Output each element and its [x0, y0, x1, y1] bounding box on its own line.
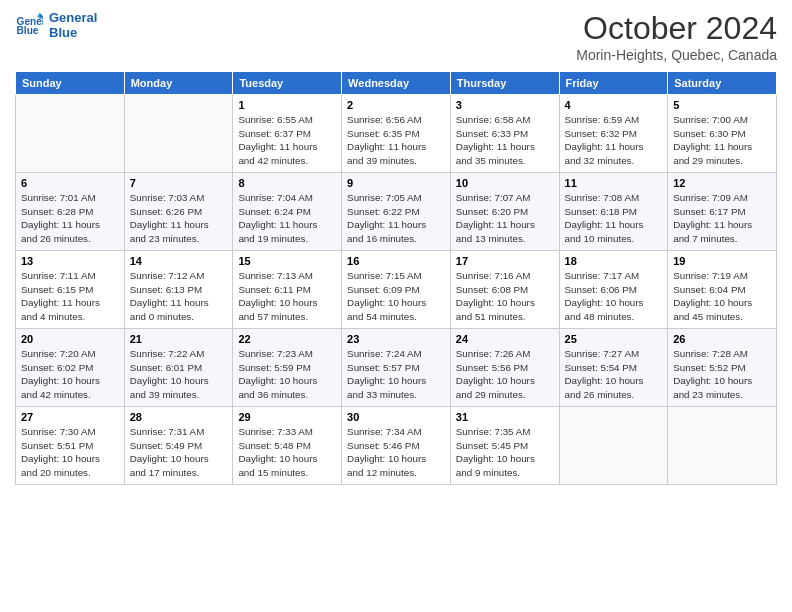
calendar-cell: 2Sunrise: 6:56 AM Sunset: 6:35 PM Daylig… [342, 95, 451, 173]
day-number: 25 [565, 333, 663, 345]
logo-line1: General [49, 10, 97, 25]
month-title: October 2024 [576, 10, 777, 47]
day-number: 20 [21, 333, 119, 345]
day-info: Sunrise: 6:58 AM Sunset: 6:33 PM Dayligh… [456, 113, 554, 168]
day-number: 28 [130, 411, 228, 423]
day-number: 8 [238, 177, 336, 189]
dow-header-monday: Monday [124, 72, 233, 95]
day-info: Sunrise: 7:09 AM Sunset: 6:17 PM Dayligh… [673, 191, 771, 246]
day-number: 16 [347, 255, 445, 267]
day-info: Sunrise: 7:35 AM Sunset: 5:45 PM Dayligh… [456, 425, 554, 480]
day-info: Sunrise: 7:30 AM Sunset: 5:51 PM Dayligh… [21, 425, 119, 480]
day-number: 18 [565, 255, 663, 267]
day-number: 27 [21, 411, 119, 423]
dow-header-thursday: Thursday [450, 72, 559, 95]
day-info: Sunrise: 7:28 AM Sunset: 5:52 PM Dayligh… [673, 347, 771, 402]
calendar-cell [668, 407, 777, 485]
day-number: 31 [456, 411, 554, 423]
day-info: Sunrise: 7:07 AM Sunset: 6:20 PM Dayligh… [456, 191, 554, 246]
logo: General Blue General Blue [15, 10, 97, 40]
day-number: 9 [347, 177, 445, 189]
calendar-cell: 30Sunrise: 7:34 AM Sunset: 5:46 PM Dayli… [342, 407, 451, 485]
dow-header-sunday: Sunday [16, 72, 125, 95]
day-info: Sunrise: 7:15 AM Sunset: 6:09 PM Dayligh… [347, 269, 445, 324]
day-number: 19 [673, 255, 771, 267]
calendar-cell [124, 95, 233, 173]
day-info: Sunrise: 7:34 AM Sunset: 5:46 PM Dayligh… [347, 425, 445, 480]
day-info: Sunrise: 7:03 AM Sunset: 6:26 PM Dayligh… [130, 191, 228, 246]
day-number: 11 [565, 177, 663, 189]
day-info: Sunrise: 7:16 AM Sunset: 6:08 PM Dayligh… [456, 269, 554, 324]
day-number: 21 [130, 333, 228, 345]
calendar-cell: 8Sunrise: 7:04 AM Sunset: 6:24 PM Daylig… [233, 173, 342, 251]
week-row-5: 27Sunrise: 7:30 AM Sunset: 5:51 PM Dayli… [16, 407, 777, 485]
calendar-cell: 31Sunrise: 7:35 AM Sunset: 5:45 PM Dayli… [450, 407, 559, 485]
page-header: General Blue General Blue October 2024 M… [15, 10, 777, 63]
day-info: Sunrise: 7:20 AM Sunset: 6:02 PM Dayligh… [21, 347, 119, 402]
calendar-cell: 10Sunrise: 7:07 AM Sunset: 6:20 PM Dayli… [450, 173, 559, 251]
calendar-cell: 1Sunrise: 6:55 AM Sunset: 6:37 PM Daylig… [233, 95, 342, 173]
day-info: Sunrise: 7:12 AM Sunset: 6:13 PM Dayligh… [130, 269, 228, 324]
day-number: 24 [456, 333, 554, 345]
logo-icon: General Blue [15, 11, 43, 39]
location-subtitle: Morin-Heights, Quebec, Canada [576, 47, 777, 63]
day-info: Sunrise: 6:59 AM Sunset: 6:32 PM Dayligh… [565, 113, 663, 168]
calendar-cell: 15Sunrise: 7:13 AM Sunset: 6:11 PM Dayli… [233, 251, 342, 329]
week-row-2: 6Sunrise: 7:01 AM Sunset: 6:28 PM Daylig… [16, 173, 777, 251]
day-number: 2 [347, 99, 445, 111]
calendar-cell: 16Sunrise: 7:15 AM Sunset: 6:09 PM Dayli… [342, 251, 451, 329]
day-info: Sunrise: 7:05 AM Sunset: 6:22 PM Dayligh… [347, 191, 445, 246]
day-info: Sunrise: 6:55 AM Sunset: 6:37 PM Dayligh… [238, 113, 336, 168]
calendar-cell: 22Sunrise: 7:23 AM Sunset: 5:59 PM Dayli… [233, 329, 342, 407]
day-number: 15 [238, 255, 336, 267]
day-number: 26 [673, 333, 771, 345]
day-info: Sunrise: 7:01 AM Sunset: 6:28 PM Dayligh… [21, 191, 119, 246]
day-info: Sunrise: 7:27 AM Sunset: 5:54 PM Dayligh… [565, 347, 663, 402]
day-info: Sunrise: 7:04 AM Sunset: 6:24 PM Dayligh… [238, 191, 336, 246]
day-info: Sunrise: 7:13 AM Sunset: 6:11 PM Dayligh… [238, 269, 336, 324]
day-info: Sunrise: 7:24 AM Sunset: 5:57 PM Dayligh… [347, 347, 445, 402]
calendar-cell: 25Sunrise: 7:27 AM Sunset: 5:54 PM Dayli… [559, 329, 668, 407]
calendar-cell: 23Sunrise: 7:24 AM Sunset: 5:57 PM Dayli… [342, 329, 451, 407]
calendar-cell: 21Sunrise: 7:22 AM Sunset: 6:01 PM Dayli… [124, 329, 233, 407]
day-number: 10 [456, 177, 554, 189]
day-info: Sunrise: 7:17 AM Sunset: 6:06 PM Dayligh… [565, 269, 663, 324]
calendar-cell: 13Sunrise: 7:11 AM Sunset: 6:15 PM Dayli… [16, 251, 125, 329]
day-info: Sunrise: 7:08 AM Sunset: 6:18 PM Dayligh… [565, 191, 663, 246]
day-number: 7 [130, 177, 228, 189]
day-number: 12 [673, 177, 771, 189]
day-number: 13 [21, 255, 119, 267]
calendar-cell: 24Sunrise: 7:26 AM Sunset: 5:56 PM Dayli… [450, 329, 559, 407]
days-of-week-row: SundayMondayTuesdayWednesdayThursdayFrid… [16, 72, 777, 95]
week-row-1: 1Sunrise: 6:55 AM Sunset: 6:37 PM Daylig… [16, 95, 777, 173]
day-info: Sunrise: 7:23 AM Sunset: 5:59 PM Dayligh… [238, 347, 336, 402]
calendar-cell: 17Sunrise: 7:16 AM Sunset: 6:08 PM Dayli… [450, 251, 559, 329]
day-number: 1 [238, 99, 336, 111]
calendar-cell: 7Sunrise: 7:03 AM Sunset: 6:26 PM Daylig… [124, 173, 233, 251]
day-number: 23 [347, 333, 445, 345]
calendar-cell: 4Sunrise: 6:59 AM Sunset: 6:32 PM Daylig… [559, 95, 668, 173]
dow-header-friday: Friday [559, 72, 668, 95]
dow-header-saturday: Saturday [668, 72, 777, 95]
logo-line2: Blue [49, 25, 97, 40]
day-number: 6 [21, 177, 119, 189]
day-number: 22 [238, 333, 336, 345]
day-number: 4 [565, 99, 663, 111]
day-number: 14 [130, 255, 228, 267]
calendar-cell: 6Sunrise: 7:01 AM Sunset: 6:28 PM Daylig… [16, 173, 125, 251]
title-block: October 2024 Morin-Heights, Quebec, Cana… [576, 10, 777, 63]
calendar-cell: 14Sunrise: 7:12 AM Sunset: 6:13 PM Dayli… [124, 251, 233, 329]
day-number: 17 [456, 255, 554, 267]
day-info: Sunrise: 7:22 AM Sunset: 6:01 PM Dayligh… [130, 347, 228, 402]
calendar-body: 1Sunrise: 6:55 AM Sunset: 6:37 PM Daylig… [16, 95, 777, 485]
day-number: 3 [456, 99, 554, 111]
calendar-cell: 3Sunrise: 6:58 AM Sunset: 6:33 PM Daylig… [450, 95, 559, 173]
week-row-3: 13Sunrise: 7:11 AM Sunset: 6:15 PM Dayli… [16, 251, 777, 329]
calendar-table: SundayMondayTuesdayWednesdayThursdayFrid… [15, 71, 777, 485]
day-number: 30 [347, 411, 445, 423]
calendar-cell: 9Sunrise: 7:05 AM Sunset: 6:22 PM Daylig… [342, 173, 451, 251]
day-info: Sunrise: 6:56 AM Sunset: 6:35 PM Dayligh… [347, 113, 445, 168]
calendar-cell: 26Sunrise: 7:28 AM Sunset: 5:52 PM Dayli… [668, 329, 777, 407]
dow-header-wednesday: Wednesday [342, 72, 451, 95]
day-number: 29 [238, 411, 336, 423]
